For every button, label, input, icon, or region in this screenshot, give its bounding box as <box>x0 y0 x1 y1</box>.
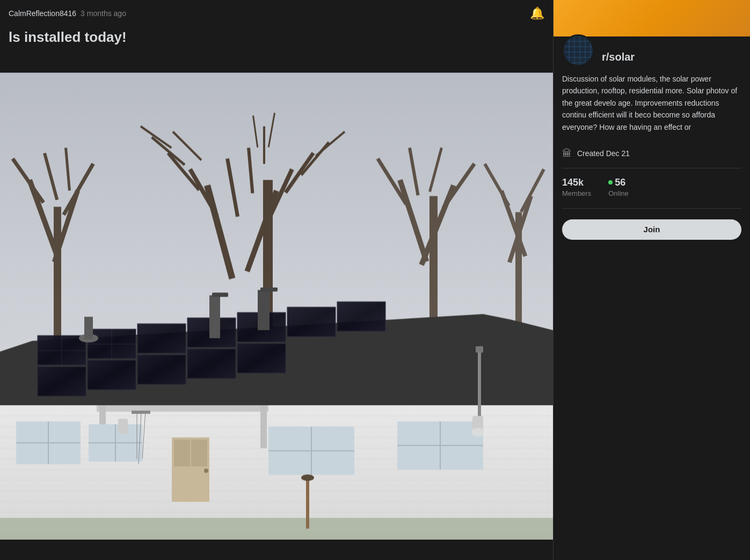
svg-point-96 <box>471 428 484 437</box>
svg-rect-94 <box>132 411 150 414</box>
online-label: Online <box>608 189 629 197</box>
online-count: 56 <box>615 177 625 188</box>
svg-rect-48 <box>187 349 236 379</box>
sidebar-banner <box>554 0 750 36</box>
svg-rect-77 <box>191 440 207 467</box>
svg-point-100 <box>301 475 314 481</box>
svg-rect-72 <box>97 406 268 412</box>
members-count: 145k <box>562 177 591 188</box>
post-title: ls installed today! <box>0 27 553 52</box>
username[interactable]: CalmReflection8416 <box>9 9 76 18</box>
svg-rect-18 <box>54 207 61 341</box>
svg-rect-45 <box>38 367 86 396</box>
members-label: Members <box>562 189 591 197</box>
created-date: Created Dec 21 <box>577 149 630 158</box>
join-button-area: Join <box>554 213 750 246</box>
subreddit-name[interactable]: r/solar <box>602 51 635 63</box>
svg-rect-44 <box>337 302 385 331</box>
svg-rect-40 <box>137 324 186 353</box>
sidebar-stats: 145k Members 56 Online <box>554 171 750 204</box>
svg-rect-56 <box>212 293 228 297</box>
svg-point-78 <box>204 469 208 473</box>
svg-rect-98 <box>0 518 553 540</box>
members-stat: 145k Members <box>562 177 591 197</box>
join-button[interactable]: Join <box>562 219 741 240</box>
sidebar-divider <box>562 168 741 168</box>
subreddit-avatar <box>562 34 594 67</box>
svg-rect-102 <box>476 347 483 353</box>
svg-rect-57 <box>260 288 278 292</box>
svg-rect-54 <box>209 296 220 338</box>
post-meta: CalmReflection8416 3 months ago <box>9 9 126 18</box>
post-image-container <box>0 52 553 560</box>
main-post-area: CalmReflection8416 3 months ago 🔔 ls ins… <box>0 0 553 560</box>
svg-rect-15 <box>263 127 265 164</box>
post-time: 3 months ago <box>81 9 126 18</box>
svg-rect-101 <box>478 352 481 416</box>
post-image <box>0 52 553 560</box>
cake-icon: 🏛 <box>562 148 572 159</box>
svg-rect-59 <box>84 317 93 340</box>
sidebar-divider-2 <box>562 208 741 209</box>
svg-rect-43 <box>287 307 336 337</box>
sidebar: r/solar Discussion of solar modules, the… <box>553 0 750 560</box>
svg-rect-99 <box>306 475 309 529</box>
post-header: CalmReflection8416 3 months ago 🔔 <box>0 0 553 27</box>
sidebar-created: 🏛 Created Dec 21 <box>554 142 750 166</box>
svg-rect-97 <box>118 419 128 434</box>
online-stat: 56 Online <box>608 177 629 197</box>
svg-rect-55 <box>258 290 270 330</box>
svg-rect-76 <box>174 440 190 467</box>
svg-rect-74 <box>260 406 267 448</box>
svg-rect-103 <box>564 36 594 67</box>
sidebar-description: Discussion of solar modules, the solar p… <box>554 73 750 142</box>
online-dot-icon <box>608 180 613 185</box>
online-number-row: 56 <box>608 177 629 188</box>
svg-rect-47 <box>137 355 186 385</box>
subreddit-header: r/solar <box>554 36 750 73</box>
notification-bell-icon[interactable]: 🔔 <box>530 6 544 20</box>
svg-rect-46 <box>88 360 136 390</box>
svg-rect-49 <box>237 344 286 373</box>
